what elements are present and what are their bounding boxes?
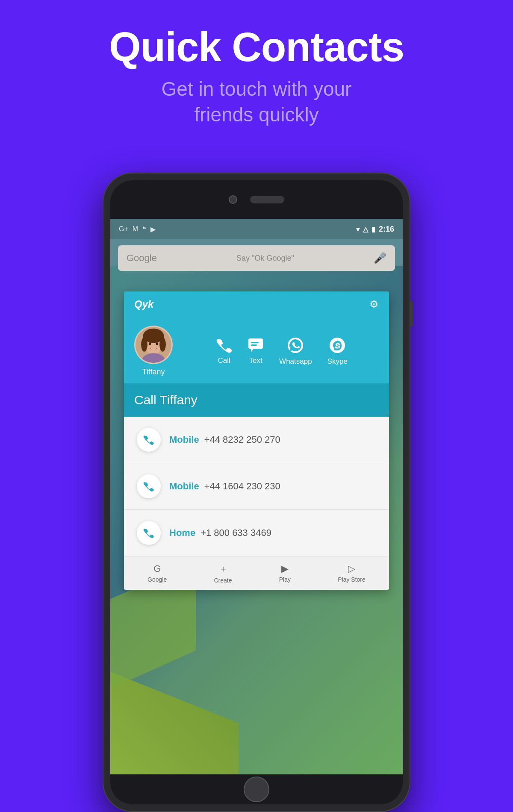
nav-play[interactable]: ▶ Play bbox=[279, 563, 291, 583]
phone-number-item-2[interactable]: Mobile +44 1604 230 230 bbox=[124, 463, 389, 510]
qyk-widget-header: Qyk ⚙ bbox=[124, 291, 389, 317]
phone-screen: G+ M ❝ ▶ ▾ △ ▮ 2:16 Google Say "Ok Googl… bbox=[110, 219, 403, 774]
svg-point-4 bbox=[141, 337, 147, 352]
settings-gear-icon[interactable]: ⚙ bbox=[369, 298, 379, 310]
nav-create-icon: ＋ bbox=[218, 562, 228, 575]
nav-google-icon: G bbox=[153, 563, 161, 574]
battery-icon: ▮ bbox=[371, 225, 375, 233]
phone-numbers-list: Mobile +44 8232 250 270 Mobile +44 1 bbox=[124, 417, 389, 556]
nav-create-label: Create bbox=[214, 577, 232, 584]
nav-playstore-icon: ▷ bbox=[348, 563, 355, 574]
svg-marker-10 bbox=[251, 349, 254, 352]
text-icon bbox=[248, 337, 264, 353]
nav-google[interactable]: G Google bbox=[147, 563, 167, 583]
svg-rect-12 bbox=[251, 344, 257, 346]
number-value-1: +44 8232 250 270 bbox=[204, 434, 280, 445]
earpiece-speaker bbox=[250, 196, 284, 203]
google-brand-text: Google bbox=[127, 253, 157, 264]
avatar[interactable] bbox=[134, 326, 173, 364]
call-circle-1 bbox=[137, 428, 161, 452]
whatsapp-label: Whatsapp bbox=[279, 357, 312, 366]
text-label: Text bbox=[249, 356, 262, 365]
phone-number-item-1[interactable]: Mobile +44 8232 250 270 bbox=[124, 417, 389, 463]
play-icon: ▶ bbox=[150, 225, 156, 233]
qyk-brand-label: Qyk bbox=[134, 298, 153, 310]
status-left-icons: G+ M ❝ ▶ bbox=[119, 225, 156, 233]
call-bar: Call Tiffany bbox=[124, 383, 389, 417]
signal-icon: △ bbox=[363, 225, 368, 233]
phone-icon-2 bbox=[143, 480, 155, 492]
nav-play-label: Play bbox=[279, 576, 291, 583]
front-camera bbox=[229, 195, 237, 204]
nav-playstore-label: Play Store bbox=[338, 576, 366, 583]
call-action[interactable]: Call bbox=[216, 337, 232, 366]
svg-rect-11 bbox=[251, 342, 259, 343]
contact-name: Tiffany bbox=[142, 368, 165, 377]
number-type-2: Mobile bbox=[169, 481, 199, 492]
action-icons-row: Call T bbox=[185, 337, 379, 366]
whatsapp-icon bbox=[287, 337, 304, 354]
contact-avatar-wrap: Tiffany bbox=[134, 326, 173, 377]
number-value-3: +1 800 633 3469 bbox=[200, 527, 271, 538]
page-title: Quick Contacts bbox=[0, 26, 513, 69]
header-section: Quick Contacts Get in touch with your fr… bbox=[0, 0, 513, 140]
text-action[interactable]: Text bbox=[248, 337, 264, 366]
call-circle-3 bbox=[137, 521, 161, 545]
nav-google-label: Google bbox=[147, 576, 167, 583]
number-details-3: Home +1 800 633 3469 bbox=[169, 527, 376, 538]
phone-icon-1 bbox=[143, 434, 155, 446]
home-button[interactable] bbox=[244, 777, 269, 802]
wifi-icon: ▾ bbox=[356, 225, 360, 233]
number-type-3: Home bbox=[169, 527, 195, 538]
call-icon bbox=[216, 337, 232, 353]
google-search-bar[interactable]: Google Say "Ok Google" 🎤 bbox=[118, 245, 395, 271]
phone-number-item-3[interactable]: Home +1 800 633 3469 bbox=[124, 510, 389, 556]
microphone-icon[interactable]: 🎤 bbox=[374, 252, 386, 264]
call-label: Call bbox=[218, 356, 230, 365]
phone-bottom-bar bbox=[110, 774, 403, 804]
qyk-widget: Qyk ⚙ bbox=[124, 291, 389, 590]
avatar-svg bbox=[136, 326, 171, 364]
search-hint-text: Say "Ok Google" bbox=[236, 254, 294, 263]
status-right-area: ▾ △ ▮ 2:16 bbox=[356, 225, 394, 234]
whatsapp-action[interactable]: Whatsapp bbox=[279, 337, 312, 366]
status-bar: G+ M ❝ ▶ ▾ △ ▮ 2:16 bbox=[110, 219, 403, 239]
page-subtitle: Get in touch with your friends quickly bbox=[0, 76, 513, 128]
nav-play-icon: ▶ bbox=[281, 563, 289, 574]
quote-icon: ❝ bbox=[142, 225, 146, 233]
svg-point-6 bbox=[149, 342, 151, 345]
number-type-1: Mobile bbox=[169, 434, 199, 445]
gplus-icon: G+ bbox=[119, 225, 128, 233]
number-details-2: Mobile +44 1604 230 230 bbox=[169, 481, 376, 492]
clock: 2:16 bbox=[379, 225, 394, 234]
phone-top-bar bbox=[110, 180, 403, 219]
skype-action[interactable]: Skype bbox=[327, 337, 348, 366]
skype-icon bbox=[329, 337, 346, 354]
svg-rect-9 bbox=[248, 338, 263, 349]
phone-icon-3 bbox=[143, 527, 155, 539]
number-details-1: Mobile +44 8232 250 270 bbox=[169, 434, 376, 445]
phone-bottom-nav: G Google ＋ Create ▶ Play ▷ Play Store bbox=[124, 556, 389, 590]
nav-playstore[interactable]: ▷ Play Store bbox=[338, 563, 366, 583]
contact-row: Tiffany Call bbox=[124, 317, 389, 383]
skype-label: Skype bbox=[327, 357, 348, 366]
call-bar-text: Call Tiffany bbox=[134, 393, 198, 407]
call-circle-2 bbox=[137, 474, 161, 498]
phone-device: G+ M ❝ ▶ ▾ △ ▮ 2:16 Google Say "Ok Googl… bbox=[103, 173, 410, 812]
number-value-2: +44 1604 230 230 bbox=[204, 481, 280, 492]
nav-create[interactable]: ＋ Create bbox=[214, 562, 232, 584]
svg-point-5 bbox=[159, 337, 166, 352]
power-button bbox=[410, 301, 413, 327]
gmail-icon: M bbox=[133, 225, 138, 233]
svg-point-7 bbox=[156, 342, 159, 345]
